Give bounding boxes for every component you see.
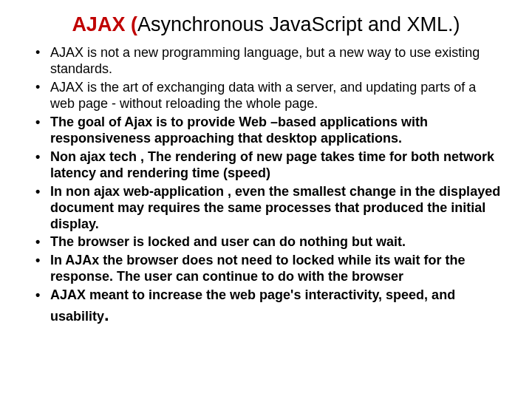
bullet-text: AJAX is not a new programming language, … — [50, 45, 480, 76]
bullet-text: The browser is locked and user can do no… — [50, 234, 406, 249]
bullet-text: AJAX meant to increase the web page's in… — [50, 287, 455, 324]
bullet-text: AJAX is the art of exchanging data with … — [50, 80, 476, 111]
bullet-item: Non ajax tech , The rendering of new pag… — [30, 149, 502, 182]
bullet-item: In AJAx the browser does not need to loc… — [30, 253, 502, 285]
title-closing: .) — [448, 13, 460, 35]
bullet-text: Non ajax tech , The rendering of new pag… — [50, 149, 494, 180]
bullet-item: The goal of Ajax is to provide Web –base… — [30, 115, 502, 147]
bullet-text: In AJAx the browser does not need to loc… — [50, 253, 465, 284]
bullet-item: AJAX is not a new programming language, … — [30, 45, 502, 78]
bullet-text: The goal of Ajax is to provide Web –base… — [50, 115, 428, 146]
bullet-item: AJAX is the art of exchanging data with … — [30, 80, 502, 112]
bullet-text: In non ajax web-application , even the s… — [50, 184, 500, 231]
bullet-item: In non ajax web-application , even the s… — [30, 184, 502, 233]
bullet-item: AJAX meant to increase the web page's in… — [30, 287, 502, 325]
slide-title: AJAX (Asynchronous JavaScript and XML.) — [30, 13, 502, 36]
title-rest-part: Asynchronous JavaScript and XML — [137, 13, 448, 35]
bullet-list: AJAX is not a new programming language, … — [30, 45, 502, 326]
title-red-part: AJAX ( — [72, 13, 137, 35]
bullet-item: The browser is locked and user can do no… — [30, 234, 502, 250]
bullet-period: . — [104, 304, 109, 324]
